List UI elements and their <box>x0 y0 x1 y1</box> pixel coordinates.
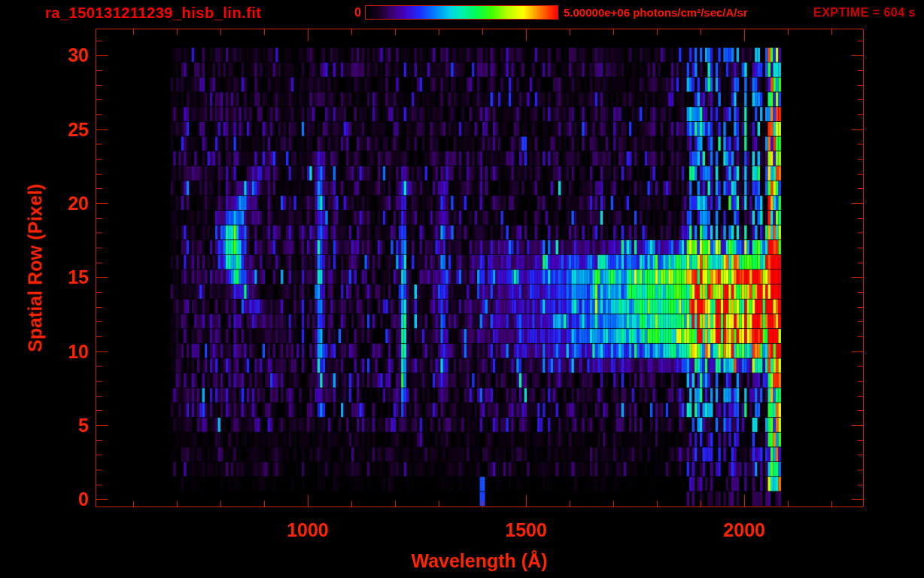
x-tick-label: 1500 <box>505 519 547 541</box>
colorbar-max-label: 5.00000e+06 photons/cm²/sec/A/sr <box>564 6 748 19</box>
y-tick-label: 25 <box>68 119 89 141</box>
spectrogram-heatmap <box>0 0 924 578</box>
colorbar-min-label: 0 <box>345 6 361 20</box>
y-tick-label: 15 <box>68 266 89 288</box>
x-axis-title: Wavelength (Å) <box>411 550 547 572</box>
y-tick-label: 0 <box>78 488 89 510</box>
y-tick-label: 10 <box>68 341 89 363</box>
y-tick-label: 5 <box>78 415 89 437</box>
y-axis-title: Spatial Row (Pixel) <box>25 184 47 352</box>
colorbar <box>365 5 558 20</box>
y-tick-label: 30 <box>68 44 89 66</box>
x-tick-label: 2000 <box>723 519 765 541</box>
x-tick-label: 1000 <box>287 519 329 541</box>
file-title: ra_150131211239_hisb_lin.fit <box>45 5 262 22</box>
exptime-label: EXPTIME = 604 s <box>813 6 916 20</box>
spectral-viewer-window: ra_150131211239_hisb_lin.fit 0 5.00000e+… <box>0 0 924 578</box>
y-tick-label: 20 <box>68 193 89 214</box>
